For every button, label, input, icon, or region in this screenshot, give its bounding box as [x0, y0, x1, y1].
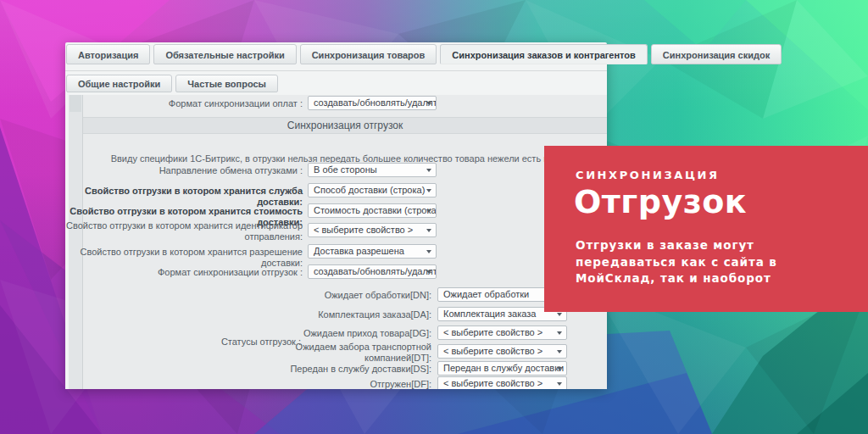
tab-faq[interactable]: Частые вопросы	[175, 75, 278, 92]
promo-card: СИНХРОНИЗАЦИЯ Отгрузок Отгрузки в заказе…	[544, 146, 868, 312]
status-dg-select[interactable]: < выберите свойство >	[437, 326, 567, 340]
status-da-label: Комплектация заказа[DA]:	[262, 309, 431, 320]
tab-required-settings[interactable]: Обязательные настройки	[153, 44, 296, 64]
payments-format-select[interactable]: создавать/обновлять/удалять	[308, 96, 437, 110]
settings-panel: Авторизация Обязательные настройки Синхр…	[65, 42, 607, 389]
chevron-down-icon	[557, 350, 562, 353]
tab-general-settings[interactable]: Общие настройки	[66, 75, 172, 92]
status-df-label: Отгружен[DF]:	[262, 379, 431, 389]
shipment-id-property-label: Свойство отгрузки в котором хранится иде…	[65, 220, 303, 242]
chevron-down-icon	[557, 331, 562, 335]
delivery-cost-property-select[interactable]: Стоимость доставки (строка)	[308, 203, 437, 218]
chevron-down-icon	[426, 209, 431, 213]
promo-title: Отгрузок	[574, 183, 747, 220]
chevron-down-icon	[426, 250, 431, 253]
section-header-shipments: Синхронизация отгрузок	[83, 117, 607, 134]
chevron-down-icon	[426, 229, 431, 232]
chevron-down-icon	[557, 382, 562, 386]
settings-form: Формат синхронизации оплат : создавать/о…	[65, 95, 607, 389]
delivery-allowed-property-select[interactable]: Доставка разрешена	[308, 244, 437, 259]
delivery-allowed-property-label: Свойство отгрузки в котором хранится раз…	[65, 247, 303, 269]
chevron-down-icon	[426, 189, 431, 192]
tab-divider	[65, 70, 607, 71]
chevron-down-icon	[557, 313, 562, 316]
tab-bar-main: Авторизация Обязательные настройки Синхр…	[66, 44, 782, 64]
delivery-service-property-select[interactable]: Способ доставки (строка)	[308, 183, 437, 198]
delivery-service-property-label: Свойство отгрузки в котором хранится слу…	[65, 186, 303, 208]
payments-format-label: Формат синхронизации оплат :	[65, 98, 303, 109]
chevron-down-icon	[426, 102, 431, 105]
exchange-direction-select[interactable]: В обе стороны	[308, 163, 437, 177]
chevron-down-icon	[557, 367, 562, 370]
chevron-down-icon	[426, 270, 431, 274]
shipment-id-property-select[interactable]: < выберите свойство >	[308, 223, 437, 237]
promo-body: Отгрузки в заказе могут передаваться как…	[576, 237, 777, 287]
status-dg-label: Ожидаем приход товара[DG]:	[262, 328, 431, 339]
status-ds-label: Передан в службу доставки[DS]:	[262, 364, 431, 375]
exchange-direction-label: Направление обмена отгузками :	[65, 165, 303, 176]
status-ds-select[interactable]: Передан в службу доставки	[437, 361, 567, 376]
chevron-down-icon	[426, 169, 431, 172]
tab-products-sync[interactable]: Синхронизация товаров	[300, 44, 437, 64]
tab-discounts-sync[interactable]: Синхронизация скидок	[651, 44, 782, 64]
shipments-format-select[interactable]: создавать/обновлять/удалять	[308, 264, 437, 279]
status-dt-label: Ожидаем забора транспортной компанией[DT…	[262, 342, 431, 364]
tab-authorization[interactable]: Авторизация	[66, 44, 150, 64]
status-dt-select[interactable]: < выберите свойство >	[437, 344, 567, 359]
status-df-select[interactable]: < выберите свойство >	[437, 376, 567, 389]
status-dn-label: Ожидает обработки[DN]:	[262, 290, 431, 301]
tab-bar-secondary: Общие настройки Частые вопросы	[66, 75, 278, 92]
shipments-format-label: Формат синхронизации отгрузок :	[65, 267, 303, 278]
tab-orders-contractors-sync[interactable]: Синхронизация заказов и контрагентов	[440, 44, 648, 64]
promo-kicker: СИНХРОНИЗАЦИЯ	[576, 169, 720, 181]
